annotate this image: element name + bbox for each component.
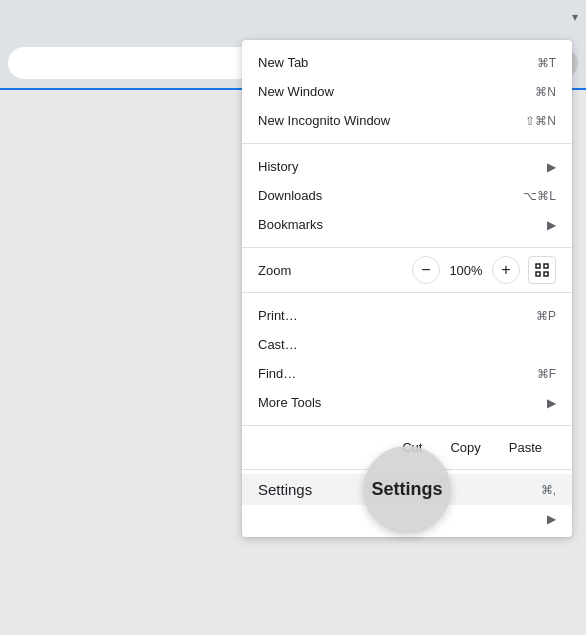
menu-item-settings[interactable]: Settings ⌘, Settings xyxy=(242,474,572,505)
paste-button[interactable]: Paste xyxy=(495,434,556,461)
svg-rect-0 xyxy=(536,264,540,268)
divider-3 xyxy=(242,292,572,293)
chevron-down-icon: ▾ xyxy=(572,10,578,24)
new-window-shortcut: ⌘N xyxy=(535,85,556,99)
menu-item-find[interactable]: Find… ⌘F xyxy=(242,359,572,388)
print-label: Print… xyxy=(258,308,298,323)
more-tools-arrow: ▶ xyxy=(547,396,556,410)
find-label: Find… xyxy=(258,366,296,381)
zoom-controls: − 100% + xyxy=(412,256,556,284)
menu-item-downloads[interactable]: Downloads ⌥⌘L xyxy=(242,181,572,210)
more-below-arrow: ▶ xyxy=(547,512,556,526)
context-menu: New Tab ⌘T New Window ⌘N New Incognito W… xyxy=(242,40,572,537)
svg-rect-1 xyxy=(544,264,548,268)
fullscreen-icon xyxy=(535,263,549,277)
zoom-minus-button[interactable]: − xyxy=(412,256,440,284)
magnifier-overlay: Settings xyxy=(363,446,451,534)
find-shortcut: ⌘F xyxy=(537,367,556,381)
new-incognito-label: New Incognito Window xyxy=(258,113,390,128)
zoom-row: Zoom − 100% + xyxy=(242,252,572,288)
new-window-label: New Window xyxy=(258,84,334,99)
new-tab-label: New Tab xyxy=(258,55,308,70)
tab-bar: ▾ xyxy=(0,0,586,38)
magnifier-text: Settings xyxy=(371,479,442,500)
divider-1 xyxy=(242,143,572,144)
copy-button[interactable]: Copy xyxy=(436,434,494,461)
menu-item-new-tab[interactable]: New Tab ⌘T xyxy=(242,48,572,77)
zoom-label: Zoom xyxy=(258,263,412,278)
history-label: History xyxy=(258,159,298,174)
zoom-value: 100% xyxy=(448,263,484,278)
new-incognito-shortcut: ⇧⌘N xyxy=(525,114,556,128)
divider-2 xyxy=(242,247,572,248)
downloads-label: Downloads xyxy=(258,188,322,203)
bookmarks-label: Bookmarks xyxy=(258,217,323,232)
menu-item-new-incognito[interactable]: New Incognito Window ⇧⌘N xyxy=(242,106,572,135)
menu-item-more-tools[interactable]: More Tools ▶ xyxy=(242,388,572,417)
svg-rect-2 xyxy=(536,272,540,276)
menu-section-nav: History ▶ Downloads ⌥⌘L Bookmarks ▶ xyxy=(242,148,572,243)
settings-label: Settings xyxy=(258,481,312,498)
menu-item-history[interactable]: History ▶ xyxy=(242,152,572,181)
fullscreen-button[interactable] xyxy=(528,256,556,284)
print-shortcut: ⌘P xyxy=(536,309,556,323)
menu-item-bookmarks[interactable]: Bookmarks ▶ xyxy=(242,210,572,239)
menu-item-new-window[interactable]: New Window ⌘N xyxy=(242,77,572,106)
menu-item-cast[interactable]: Cast… xyxy=(242,330,572,359)
menu-section-tools: Print… ⌘P Cast… Find… ⌘F More Tools ▶ xyxy=(242,297,572,421)
cast-label: Cast… xyxy=(258,337,298,352)
settings-shortcut: ⌘, xyxy=(541,483,556,497)
history-arrow: ▶ xyxy=(547,160,556,174)
more-tools-label: More Tools xyxy=(258,395,321,410)
divider-4 xyxy=(242,425,572,426)
bookmarks-arrow: ▶ xyxy=(547,218,556,232)
zoom-plus-button[interactable]: + xyxy=(492,256,520,284)
menu-section-new: New Tab ⌘T New Window ⌘N New Incognito W… xyxy=(242,44,572,139)
menu-item-print[interactable]: Print… ⌘P xyxy=(242,301,572,330)
new-tab-shortcut: ⌘T xyxy=(537,56,556,70)
downloads-shortcut: ⌥⌘L xyxy=(523,189,556,203)
svg-rect-3 xyxy=(544,272,548,276)
